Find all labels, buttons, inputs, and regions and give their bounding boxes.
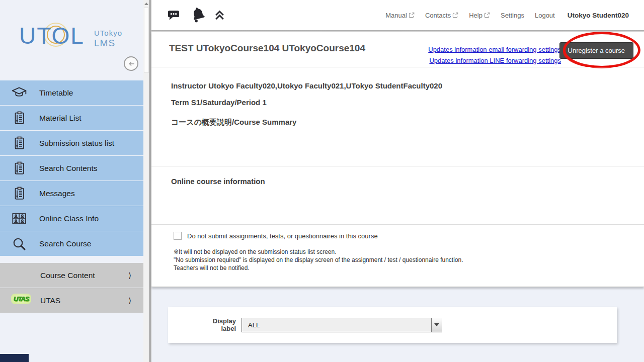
sidebar-item-label: Search Contents — [39, 164, 97, 173]
nav-settings-link[interactable]: Settings — [501, 12, 524, 19]
graduation-cap-icon — [10, 84, 28, 102]
scrollbar-thumb[interactable] — [144, 8, 149, 73]
select-value: ALL — [242, 321, 431, 329]
utol-lms-page: UTOL UTokyo LMS Timetable — [0, 0, 644, 362]
course-panel: TEST UTokyoCourse104 UTokyoCourse104 Upd… — [151, 32, 644, 287]
sidebar-scrollbar[interactable] — [143, 0, 149, 362]
sidebar-secondary-menu: Course Content ⟩ UTAS UTAS ⟩ — [0, 263, 143, 313]
sidebar-item-course-content[interactable]: Course Content ⟩ — [0, 263, 143, 288]
sidebar-item-submission-status[interactable]: Submission status list — [0, 131, 143, 155]
forwarding-links: Updates information email forwarding set… — [428, 44, 561, 66]
sidebar-item-label: Timetable — [39, 88, 73, 98]
clipboard-icon — [10, 159, 28, 177]
logo-subtitle: UTokyo — [94, 29, 122, 37]
sidebar-item-search-course[interactable]: Search Course — [0, 231, 143, 256]
logo-subtitle-lms: LMS — [94, 38, 115, 49]
no-submit-checkbox[interactable] — [174, 232, 182, 240]
sidebar-item-label: Online Class Info — [39, 214, 99, 223]
clipboard-icon — [10, 134, 28, 152]
sidebar-item-label: Submission status list — [39, 139, 114, 148]
sidebar-item-label: Course Content — [40, 271, 95, 280]
sidebar-item-material-list[interactable]: Material List — [0, 106, 143, 130]
arrow-left-icon — [127, 59, 136, 68]
sidebar: UTOL UTokyo LMS Timetable — [0, 0, 143, 362]
display-label-select[interactable]: ALL — [242, 318, 442, 332]
checkbox-label: Do not submit assignments, tests, or que… — [187, 232, 378, 240]
nav-contacts-link[interactable]: Contacts — [425, 12, 458, 19]
scrollbar-up-arrow[interactable] — [143, 0, 149, 7]
chat-icon[interactable] — [167, 8, 181, 24]
divider — [151, 166, 644, 166]
utas-logo-icon: UTAS — [11, 294, 31, 304]
external-link-icon — [484, 12, 490, 18]
username: Utokyo Student020 — [568, 12, 629, 19]
bell-icon[interactable] — [190, 6, 207, 25]
external-link-icon — [452, 12, 458, 18]
sidebar-item-utas[interactable]: UTAS UTAS ⟩ — [0, 288, 143, 313]
page-title: TEST UTokyoCourse104 UTokyoCourse104 — [169, 43, 365, 54]
nav-help-link[interactable]: Help — [469, 12, 490, 19]
clipboard-icon — [10, 109, 28, 127]
term-line: Term S1/Saturday/Period 1 — [171, 98, 267, 107]
sidebar-item-label: Messages — [39, 189, 75, 198]
sidebar-item-label: UTAS — [40, 296, 60, 305]
sidebar-item-timetable[interactable]: Timetable — [0, 80, 143, 105]
bottom-corner-element — [0, 354, 29, 362]
line-forwarding-link[interactable]: Updates information LINE forwarding sett… — [428, 55, 561, 66]
utol-logo: UTOL — [19, 22, 85, 49]
sidebar-item-label: Material List — [39, 114, 82, 123]
nav-manual-link[interactable]: Manual — [385, 12, 415, 19]
note-line: ※It will not be displayed on the submiss… — [174, 248, 463, 256]
external-link-icon — [409, 12, 415, 18]
double-chevron-up-icon[interactable] — [213, 8, 226, 24]
clipboard-icon — [10, 185, 28, 203]
magnifier-icon — [10, 235, 28, 253]
topbar-nav: Manual Contacts Help — [375, 0, 644, 30]
unregister-course-button[interactable]: Unregister a course — [559, 42, 633, 59]
divider — [151, 67, 644, 67]
online-course-info-heading: Online course information — [171, 177, 265, 186]
sidebar-item-label: Search Course — [39, 239, 91, 248]
chevron-right-icon: ⟩ — [128, 271, 131, 280]
display-label-text: Display label — [197, 317, 236, 332]
sidebar-menu: Timetable Material List — [0, 80, 143, 256]
nav-logout-link[interactable]: Logout — [535, 12, 555, 19]
checkbox-notes: ※It will not be displayed on the submiss… — [174, 248, 463, 272]
email-forwarding-link[interactable]: Updates information email forwarding set… — [428, 44, 561, 55]
main-area: Manual Contacts Help — [151, 0, 644, 362]
sidebar-item-online-class-info[interactable]: Online Class Info — [0, 206, 143, 231]
dropdown-arrow-icon[interactable] — [431, 318, 442, 332]
divider — [151, 224, 644, 225]
note-line: Teachers will not be notified. — [174, 264, 463, 272]
sidebar-item-search-contents[interactable]: Search Contents — [0, 156, 143, 180]
course-summary-heading: コースの概要説明/Course Summary — [171, 118, 296, 127]
sidebar-item-messages[interactable]: Messages — [0, 181, 143, 206]
sidebar-collapse-button[interactable] — [124, 56, 138, 71]
topbar: Manual Contacts Help — [151, 0, 644, 30]
people-grid-icon — [10, 210, 28, 228]
note-line: "No submission required" is displayed on… — [174, 256, 463, 264]
instructor-line: Instructor Utokyo Faculty020,Utokyo Facu… — [171, 81, 442, 90]
chevron-right-icon: ⟩ — [128, 296, 131, 305]
display-label-card: Display label ALL — [168, 307, 617, 343]
